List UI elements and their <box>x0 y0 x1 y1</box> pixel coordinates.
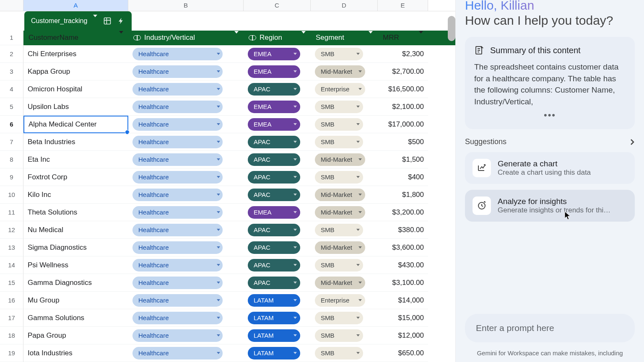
cell-segment[interactable]: Enterprise <box>311 292 378 309</box>
region-chip[interactable]: EMEA <box>248 48 300 60</box>
cell-region[interactable]: APAC <box>244 186 311 204</box>
cell-mrr[interactable]: $15,000 <box>378 309 428 327</box>
industry-chip[interactable]: Healthcare <box>132 101 223 113</box>
industry-chip[interactable]: Healthcare <box>132 153 223 166</box>
chevron-down-icon[interactable] <box>93 17 97 25</box>
cell-industry[interactable]: Healthcare <box>128 327 244 344</box>
cell-mrr[interactable]: $2,300 <box>378 45 428 63</box>
cell-industry[interactable]: Healthcare <box>128 80 244 98</box>
more-dots-icon[interactable]: ••• <box>474 110 626 121</box>
cell-segment[interactable]: SMB <box>311 221 378 239</box>
row-number[interactable]: 13 <box>0 239 23 256</box>
header-customername[interactable]: CustomerName <box>23 31 128 45</box>
cell-segment[interactable]: Mid-Market <box>311 239 378 256</box>
cell-segment[interactable]: SMB <box>311 116 378 133</box>
suggestion-generate-chart[interactable]: Generate a chart Create a chart using th… <box>465 152 635 184</box>
cell-customer-name[interactable]: Iota Industries <box>23 344 128 362</box>
cell-mrr[interactable]: $14,000 <box>378 292 428 309</box>
region-chip[interactable]: EMEA <box>248 65 300 78</box>
segment-chip[interactable]: Mid-Market <box>315 241 365 254</box>
cell-mrr[interactable]: $2,700.00 <box>378 63 428 80</box>
cell-segment[interactable]: Mid-Market <box>311 151 378 168</box>
row-number[interactable]: 15 <box>0 274 23 292</box>
row-number[interactable]: 4 <box>0 80 23 98</box>
row-number[interactable]: 11 <box>0 204 23 221</box>
industry-chip[interactable]: Healthcare <box>132 48 223 60</box>
cell-industry[interactable]: Healthcare <box>128 309 244 327</box>
header-region[interactable]: Region <box>244 31 311 45</box>
row-number[interactable]: 5 <box>0 98 23 116</box>
cell-mrr[interactable]: $500 <box>378 133 428 151</box>
region-chip[interactable]: APAC <box>248 153 300 166</box>
industry-chip[interactable]: Healthcare <box>132 189 223 201</box>
industry-chip[interactable]: Healthcare <box>132 347 223 359</box>
cell-region[interactable]: EMEA <box>244 116 311 133</box>
cell-segment[interactable]: Mid-Market <box>311 186 378 204</box>
region-chip[interactable]: APAC <box>248 277 300 289</box>
cell-mrr[interactable]: $2,100.00 <box>378 98 428 116</box>
cell-region[interactable]: EMEA <box>244 204 311 221</box>
cell-customer-name[interactable]: Omicron Hospital <box>23 80 128 98</box>
segment-chip[interactable]: SMB <box>315 171 363 184</box>
header-segment[interactable]: Segment <box>311 31 378 45</box>
cell-customer-name[interactable]: Eta Inc <box>23 151 128 168</box>
industry-chip[interactable]: Healthcare <box>132 83 223 96</box>
column-header-e[interactable]: E <box>378 0 428 11</box>
industry-chip[interactable]: Healthcare <box>132 312 223 324</box>
column-header-b[interactable]: B <box>128 0 244 11</box>
row-number[interactable]: 12 <box>0 221 23 239</box>
cell-industry[interactable]: Healthcare <box>128 98 244 116</box>
industry-chip[interactable]: Healthcare <box>132 277 223 289</box>
cell-mrr[interactable]: $16,500.00 <box>378 80 428 98</box>
cell-region[interactable]: LATAM <box>244 327 311 344</box>
cell-segment[interactable]: Enterprise <box>311 80 378 98</box>
cell-mrr[interactable]: $430.00 <box>378 256 428 274</box>
segment-chip[interactable]: Mid-Market <box>315 277 365 289</box>
segment-chip[interactable]: Enterprise <box>315 294 365 307</box>
cell-industry[interactable]: Healthcare <box>128 274 244 292</box>
chevron-down-icon[interactable] <box>419 34 423 42</box>
cell-region[interactable]: APAC <box>244 239 311 256</box>
region-chip[interactable]: LATAM <box>248 294 300 307</box>
segment-chip[interactable]: Mid-Market <box>315 189 365 201</box>
cell-region[interactable]: LATAM <box>244 292 311 309</box>
industry-chip[interactable]: Healthcare <box>132 65 223 78</box>
row-number[interactable]: 16 <box>0 292 23 309</box>
cell-customer-name[interactable]: Nu Medical <box>23 221 128 239</box>
row-number[interactable]: 2 <box>0 45 23 63</box>
table-tab[interactable]: Customer_tracking <box>24 11 132 31</box>
bolt-icon[interactable] <box>117 17 125 25</box>
cell-segment[interactable]: Mid-Market <box>311 204 378 221</box>
cell-customer-name[interactable]: Gamma Diagnostics <box>23 274 128 292</box>
region-chip[interactable]: EMEA <box>248 206 300 219</box>
cell-mrr[interactable]: $12,000 <box>378 327 428 344</box>
cell-region[interactable]: LATAM <box>244 309 311 327</box>
cell-customer-name[interactable]: Upsilon Labs <box>23 98 128 116</box>
select-all-corner[interactable] <box>0 0 23 11</box>
row-number[interactable]: 7 <box>0 133 23 151</box>
row-number[interactable]: 19 <box>0 344 23 362</box>
cell-segment[interactable]: SMB <box>311 98 378 116</box>
cell-region[interactable]: APAC <box>244 168 311 186</box>
cell-industry[interactable]: Healthcare <box>128 256 244 274</box>
cell-mrr[interactable]: $650.00 <box>378 344 428 362</box>
row-number[interactable]: 6 <box>0 116 23 133</box>
chevron-down-icon[interactable] <box>301 34 306 42</box>
cell-customer-name[interactable]: Foxtrot Corp <box>23 168 128 186</box>
region-chip[interactable]: APAC <box>248 83 300 96</box>
cell-segment[interactable]: SMB <box>311 344 378 362</box>
industry-chip[interactable]: Healthcare <box>132 224 223 236</box>
cell-customer-name[interactable]: Kilo Inc <box>23 186 128 204</box>
cell-customer-name[interactable]: Mu Group <box>23 292 128 309</box>
cell-industry[interactable]: Healthcare <box>128 45 244 63</box>
industry-chip[interactable]: Healthcare <box>132 241 223 254</box>
row-number[interactable]: 14 <box>0 256 23 274</box>
segment-chip[interactable]: Mid-Market <box>315 206 365 219</box>
column-header-a[interactable]: A <box>23 0 128 11</box>
segment-chip[interactable]: SMB <box>315 224 363 236</box>
segment-chip[interactable]: SMB <box>315 136 363 148</box>
cell-industry[interactable]: Healthcare <box>128 204 244 221</box>
region-chip[interactable]: LATAM <box>248 329 300 342</box>
vertical-scrollbar[interactable] <box>448 16 455 41</box>
cell-customer-name[interactable]: Papa Group <box>23 327 128 344</box>
